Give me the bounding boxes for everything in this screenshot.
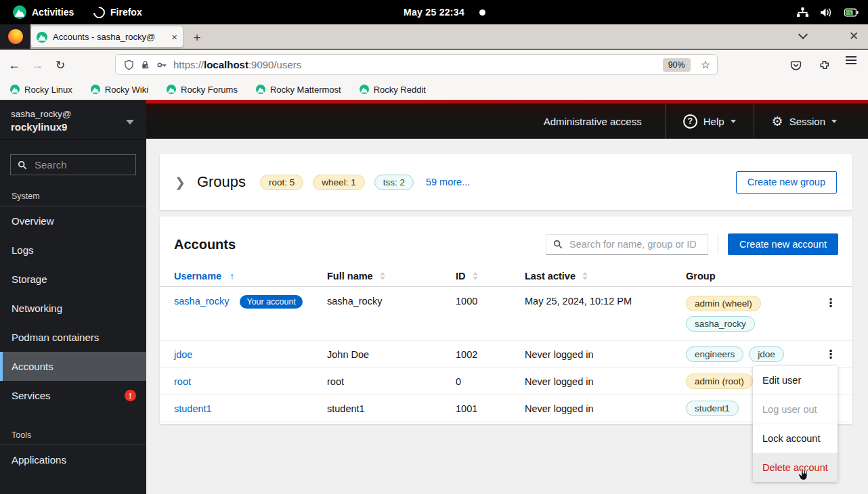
reload-button[interactable]: ↻ [51, 56, 69, 74]
shield-icon[interactable] [124, 60, 134, 70]
bookmark-rocky-forums[interactable]: Rocky Forums [167, 85, 238, 95]
menu-item-lock-account[interactable]: Lock account [753, 424, 838, 453]
user-link[interactable]: student1 [174, 403, 212, 414]
groups-cell: engineers jdoe [686, 346, 810, 362]
create-new-account-button[interactable]: Create new account [728, 233, 838, 255]
username-cell: sasha_rocky Your account [174, 296, 327, 308]
user-link[interactable]: sasha_rocky [174, 296, 229, 307]
group-badge-root[interactable]: root: 5 [260, 175, 303, 190]
full-name-cell: root [327, 376, 456, 387]
accounts-search-input[interactable] [568, 238, 701, 250]
activities-button[interactable]: Activities [13, 0, 74, 24]
zoom-level-badge[interactable]: 90% [663, 58, 691, 72]
session-dropdown[interactable]: ⚙ Session [754, 104, 868, 139]
volume-icon [820, 7, 833, 18]
username-cell: root [174, 376, 327, 387]
sidebar-item-podman[interactable]: Podman containers [0, 323, 146, 352]
bookmark-favicon [256, 85, 265, 94]
firefox-appmenu-button[interactable]: Firefox [93, 0, 142, 24]
accounts-title: Accounts [174, 237, 236, 252]
user-link[interactable]: jdoe [174, 349, 192, 360]
sidebar-search[interactable] [10, 154, 136, 175]
sidebar-item-networking[interactable]: Networking [0, 294, 146, 323]
groups-expand-chevron-icon[interactable]: ❯ [175, 175, 186, 190]
sidebar-search-input[interactable] [33, 158, 129, 171]
chevron-down-icon [731, 120, 736, 123]
firefox-appmenu-label: Firefox [110, 7, 142, 18]
group-pill[interactable]: admin (wheel) [686, 296, 761, 311]
admin-access-indicator[interactable]: Administrative access [544, 116, 642, 127]
hamburger-menu-icon[interactable] [846, 60, 856, 61]
groups-more-link[interactable]: 59 more... [426, 177, 470, 187]
browser-tab[interactable]: Accounts - sasha_rocky@ × [31, 26, 183, 47]
user-name: sasha_rocky@ [11, 109, 135, 119]
column-username[interactable]: Username↑ [174, 271, 327, 282]
new-tab-button[interactable]: + [189, 29, 205, 45]
sidebar-item-accounts[interactable]: Accounts [0, 352, 146, 381]
group-pill[interactable]: jdoe [749, 346, 784, 362]
back-button[interactable]: ← [5, 56, 23, 74]
table-row-student1: student1 student1 1001 Never logged in s… [160, 395, 852, 422]
bookmark-favicon [167, 85, 176, 94]
group-badge-tss[interactable]: tss: 2 [374, 175, 414, 190]
sidebar-item-logs[interactable]: Logs [0, 235, 146, 265]
forward-button[interactable]: → [28, 56, 46, 74]
sidebar-item-storage[interactable]: Storage [0, 265, 146, 294]
help-dropdown[interactable]: ? Help [666, 104, 754, 139]
row-actions-menu: Edit user Log user out Lock account Dele… [753, 366, 838, 482]
window-close-icon[interactable]: ✕ [849, 29, 859, 43]
bookmark-rocky-mattermost[interactable]: Rocky Mattermost [256, 85, 341, 95]
column-group: Group [686, 271, 810, 282]
url-bar[interactable]: https://localhost:9090/users 90% ☆ [115, 54, 718, 75]
create-new-group-button[interactable]: Create new group [736, 171, 837, 194]
sidebar-item-services[interactable]: Services ! [0, 381, 146, 410]
group-badge-wheel[interactable]: wheel: 1 [313, 175, 364, 190]
table-row-root: root root 0 Never logged in admin (root)… [160, 368, 852, 395]
row-actions-kebab[interactable]: ⋮ [823, 297, 838, 309]
extensions-puzzle-icon[interactable] [815, 56, 833, 74]
column-full-name[interactable]: Full name [327, 271, 456, 282]
accounts-card: Accounts Create new account Username↑ [160, 217, 852, 424]
cockpit-sidebar: sasha_rocky@ rockylinux9 System Overview… [0, 100, 146, 494]
list-all-tabs-icon[interactable] [798, 30, 808, 39]
row-actions-kebab[interactable]: ⋮ [823, 349, 838, 360]
clock[interactable]: May 25 22:34 [404, 0, 464, 24]
column-id[interactable]: ID [456, 271, 525, 282]
your-account-badge: Your account [240, 295, 303, 309]
last-active-cell: Never logged in [525, 376, 686, 387]
bookmark-rocky-linux[interactable]: Rocky Linux [10, 85, 72, 95]
last-active-cell: Never logged in [525, 349, 686, 360]
group-pill[interactable]: sasha_rocky [686, 316, 755, 332]
mouse-cursor-hand [796, 467, 810, 485]
group-pill[interactable]: admin (root) [686, 374, 753, 389]
groups-cell: admin (wheel) sasha_rocky [686, 296, 810, 332]
sidebar-section-tools: Tools Applications [0, 430, 146, 474]
full-name-cell: sasha_rocky [327, 296, 456, 307]
activities-label: Activities [32, 7, 74, 18]
id-cell: 0 [456, 376, 525, 387]
sidebar-item-overview[interactable]: Overview [0, 206, 146, 235]
bookmark-favicon [10, 85, 20, 94]
user-link[interactable]: root [174, 376, 191, 387]
menu-item-delete-account[interactable]: Delete account [753, 453, 838, 482]
group-pill[interactable]: engineers [686, 346, 743, 362]
firefox-logo-icon [8, 29, 23, 44]
bookmark-rocky-reddit[interactable]: Rocky Reddit [360, 85, 426, 95]
host-switcher[interactable]: sasha_rocky@ rockylinux9 [0, 100, 146, 140]
bookmark-rocky-wiki[interactable]: Rocky Wiki [91, 85, 148, 95]
tab-close-icon[interactable]: × [171, 32, 177, 42]
column-last-active[interactable]: Last active [525, 271, 686, 282]
group-pill[interactable]: student1 [686, 401, 739, 416]
menu-item-edit-user[interactable]: Edit user [753, 366, 838, 395]
sidebar-item-applications[interactable]: Applications [0, 445, 146, 474]
key-icon[interactable] [156, 60, 167, 70]
accounts-search[interactable] [546, 234, 708, 255]
bookmark-star-icon[interactable]: ☆ [701, 58, 710, 71]
sort-icon [380, 272, 385, 280]
system-tray[interactable] [797, 0, 859, 24]
url-text[interactable]: https://localhost:9090/users [173, 59, 301, 70]
lock-warning-icon[interactable] [140, 60, 150, 70]
pocket-icon[interactable] [787, 56, 804, 74]
bookmark-favicon [360, 85, 369, 94]
sidebar-section-system: System Overview Logs Storage Networking … [0, 192, 146, 410]
